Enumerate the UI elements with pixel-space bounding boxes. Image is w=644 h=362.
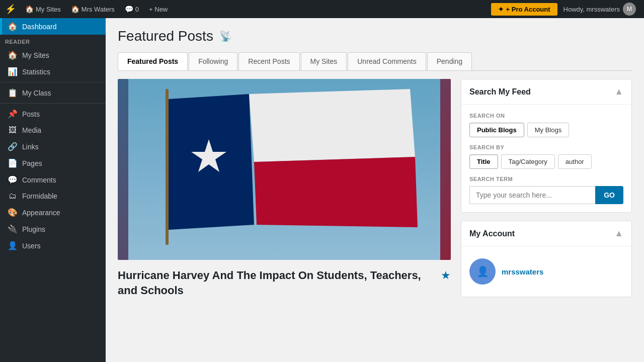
search-widget: Search My Feed ▲ SEARCH ON Public Blogs …: [461, 79, 632, 213]
plugins-icon: 🔌: [7, 224, 18, 234]
pro-plus-icon: ✦: [498, 6, 504, 13]
account-widget: My Account ▲ 👤 mrsswaters: [461, 221, 632, 297]
tab-my-sites[interactable]: My Sites: [301, 52, 347, 70]
wp-logo[interactable]: ⚡: [4, 3, 17, 16]
account-widget-header: My Account ▲: [461, 221, 631, 246]
tab-bar: Featured Posts Following Recent Posts My…: [118, 52, 632, 71]
formidable-icon: 🗂: [7, 192, 18, 201]
account-widget-body: 👤 mrsswaters: [461, 246, 631, 297]
sidebar-item-posts[interactable]: 📌 Posts: [0, 106, 106, 122]
media-icon: 🖼: [7, 126, 18, 135]
content-area: Hurricane Harvey And The Impact On Stude…: [118, 79, 632, 352]
search-by-options: Title Tag/Category author: [469, 154, 623, 169]
tab-featured-posts[interactable]: Featured Posts: [118, 52, 188, 70]
comment-icon: 💬: [125, 5, 133, 13]
avatar-symbol: 👤: [476, 265, 489, 278]
search-term-label: SEARCH TERM: [469, 176, 623, 182]
tab-unread-comments[interactable]: Unread Comments: [348, 52, 426, 70]
posts-icon: 📌: [7, 109, 18, 119]
sidebar-item-plugins[interactable]: 🔌 Plugins: [0, 221, 106, 237]
page-header: Featured Posts 📡: [118, 28, 632, 44]
search-on-label: SEARCH ON: [469, 113, 623, 119]
tab-recent-posts[interactable]: Recent Posts: [238, 52, 299, 70]
search-collapse-icon[interactable]: ▲: [614, 86, 623, 97]
right-sidebar: Search My Feed ▲ SEARCH ON Public Blogs …: [461, 79, 632, 352]
sites-icon: 🏠: [25, 5, 34, 13]
mysites-icon: 🏠: [7, 50, 18, 60]
sidebar-item-myclass[interactable]: 📋 My Class: [0, 84, 106, 101]
user-menu[interactable]: 🏠 Mrs Waters: [67, 0, 119, 18]
search-input[interactable]: [469, 186, 595, 204]
new-menu[interactable]: + New: [145, 0, 172, 18]
author-btn[interactable]: author: [558, 154, 592, 169]
account-collapse-icon[interactable]: ▲: [614, 228, 623, 239]
tag-category-btn[interactable]: Tag/Category: [501, 154, 555, 169]
sidebar-item-media[interactable]: 🖼 Media: [0, 122, 106, 138]
comments-menu[interactable]: 💬 0: [121, 0, 143, 18]
star-icon[interactable]: ★: [441, 269, 451, 282]
sidebar: 🏠 Dashboard Reader 🏠 My Sites 📊 Statisti…: [0, 18, 106, 362]
admin-bar: ⚡ 🏠 My Sites 🏠 Mrs Waters 💬 0 + New ✦ + …: [0, 0, 644, 18]
page-title: Featured Posts: [118, 28, 213, 44]
search-widget-header: Search My Feed ▲: [461, 79, 631, 105]
main-content: Featured Posts 📡 Featured Posts Followin…: [106, 18, 644, 362]
post-title-area: Hurricane Harvey And The Impact On Stude…: [118, 260, 451, 298]
sidebar-item-statistics[interactable]: 📊 Statistics: [0, 63, 106, 80]
pro-account-button[interactable]: ✦ + Pro Account: [491, 3, 557, 16]
search-on-options: Public Blogs My Blogs: [469, 123, 623, 137]
post-image: [118, 79, 451, 260]
search-row: GO: [469, 186, 623, 204]
post-title[interactable]: Hurricane Harvey And The Impact On Stude…: [118, 268, 436, 298]
search-by-label: SEARCH BY: [469, 144, 623, 150]
sidebar-item-mysites[interactable]: 🏠 My Sites: [0, 47, 106, 63]
go-button[interactable]: GO: [595, 186, 623, 204]
account-user: 👤 mrsswaters: [469, 254, 623, 289]
user-icon: 🏠: [71, 5, 79, 13]
featured-post-area: Hurricane Harvey And The Impact On Stude…: [118, 79, 451, 352]
sidebar-item-links[interactable]: 🔗 Links: [0, 138, 106, 155]
tab-pending[interactable]: Pending: [427, 52, 472, 70]
rss-icon[interactable]: 📡: [219, 30, 232, 42]
sidebar-item-users[interactable]: 👤 Users: [0, 237, 106, 254]
account-avatar: 👤: [469, 258, 496, 285]
search-widget-body: SEARCH ON Public Blogs My Blogs SEARCH B…: [461, 105, 631, 212]
sidebar-item-pages[interactable]: 📄 Pages: [0, 155, 106, 171]
users-icon: 👤: [7, 241, 18, 250]
svg-rect-6: [128, 79, 440, 260]
admin-avatar: M: [623, 3, 636, 16]
appearance-icon: 🎨: [7, 208, 18, 217]
tab-following[interactable]: Following: [189, 52, 237, 70]
title-btn[interactable]: Title: [469, 154, 498, 169]
howdy-area: Howdy, mrsswaters M: [559, 3, 640, 16]
my-sites-menu[interactable]: 🏠 My Sites: [21, 0, 65, 18]
sidebar-item-formidable[interactable]: 🗂 Formidable: [0, 188, 106, 204]
statistics-icon: 📊: [7, 67, 18, 76]
comments-icon: 💬: [7, 175, 18, 185]
sidebar-item-dashboard[interactable]: 🏠 Dashboard: [0, 18, 106, 35]
pages-icon: 📄: [7, 158, 18, 168]
myclass-icon: 📋: [7, 88, 18, 98]
account-username[interactable]: mrsswaters: [502, 267, 543, 276]
dashboard-icon: 🏠: [7, 22, 18, 31]
sidebar-item-appearance[interactable]: 🎨 Appearance: [0, 204, 106, 221]
reader-section-header: Reader: [0, 35, 106, 47]
links-icon: 🔗: [7, 142, 18, 151]
my-blogs-btn[interactable]: My Blogs: [527, 123, 569, 137]
public-blogs-btn[interactable]: Public Blogs: [469, 123, 524, 137]
sidebar-item-comments[interactable]: 💬 Comments: [0, 171, 106, 188]
